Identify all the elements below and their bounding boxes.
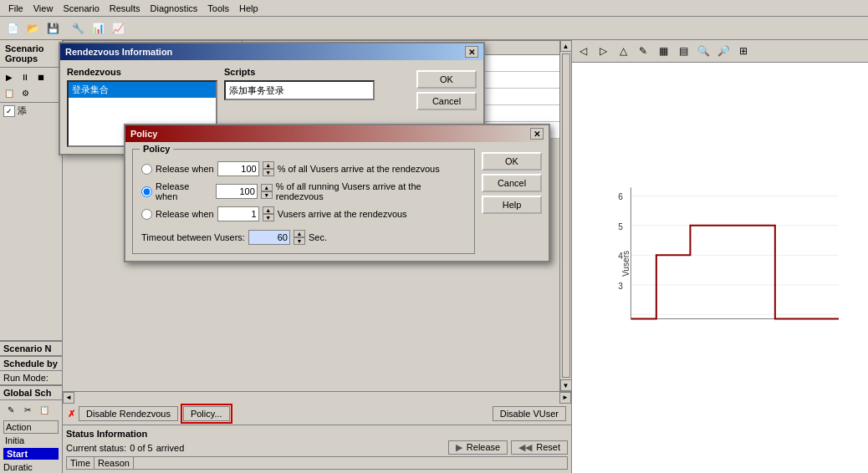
menu-results[interactable]: Results (105, 2, 146, 15)
graph-pencil[interactable]: ✎ (634, 42, 652, 60)
menu-file[interactable]: File (3, 2, 28, 15)
menu-diagnostics[interactable]: Diagnostics (146, 2, 203, 15)
scroll-thumb[interactable] (562, 53, 570, 378)
policy-close-btn[interactable]: ✕ (530, 128, 544, 140)
spin-up-1[interactable]: ▲ (263, 161, 274, 169)
action-label: Action (3, 420, 59, 434)
policy-input-3[interactable] (217, 206, 259, 221)
policy-row-2: Release when ▲ ▼ % of all running Vusers… (141, 181, 466, 201)
spin-down-timeout[interactable]: ▼ (294, 237, 305, 245)
scroll-down[interactable]: ▼ (560, 379, 572, 391)
status-info-row: Current status: 0 of 5 arrived ▶ Release… (66, 440, 568, 455)
scroll-left[interactable]: ◄ (63, 392, 74, 404)
release-btn[interactable]: ▶ Release (448, 440, 508, 455)
timeout-label: Timeout between Vusers: (141, 232, 245, 242)
menu-scenario[interactable]: Scenario (58, 2, 104, 15)
global-btn-2[interactable]: ✂ (20, 402, 35, 417)
policy-input-2[interactable] (216, 184, 258, 199)
reset-btn[interactable]: ◀◀ Reset (511, 440, 568, 455)
scenario-play-btn[interactable]: ▶ (2, 69, 17, 84)
menu-help[interactable]: Help (234, 2, 263, 15)
spin-down-1[interactable]: ▼ (263, 169, 274, 176)
spin-down-3[interactable]: ▼ (263, 214, 274, 221)
graph-grid-2[interactable]: ▤ (674, 42, 692, 60)
section-schedule: Schedule by (0, 356, 62, 371)
spin-down-2[interactable]: ▼ (261, 191, 273, 199)
initia-label: Initia (3, 435, 59, 446)
timeout-input[interactable] (248, 230, 290, 245)
scroll-right[interactable]: ► (559, 392, 571, 404)
policy-text-2: % of all running Vusers arrive at the re… (276, 181, 466, 201)
policy-text-3: Vusers arrive at the rendezvous (278, 209, 407, 219)
graph-btn-3[interactable]: △ (614, 42, 632, 60)
graph-btn-2[interactable]: ▷ (594, 42, 612, 60)
table-scrollbar[interactable]: ▲ ▼ (559, 40, 571, 391)
rendezvous-cancel-btn[interactable]: Cancel (416, 92, 477, 110)
rendezvous-close-btn[interactable]: ✕ (465, 46, 478, 58)
toolbar-chart[interactable]: 📈 (109, 19, 127, 38)
scripts-input[interactable] (224, 80, 375, 100)
start-badge[interactable]: Start (3, 448, 59, 460)
scenario-toolbar: ▶ ⏸ ⏹ 📋 ⚙ (0, 68, 62, 103)
graph-zoom-out[interactable]: 🔎 (714, 42, 733, 60)
policy-input-1[interactable] (217, 161, 259, 176)
rendezvous-ok-btn[interactable]: OK (416, 70, 477, 89)
menu-view[interactable]: View (28, 2, 59, 15)
horizontal-scrollbar[interactable]: ◄ ► (63, 391, 571, 403)
spin-up-3[interactable]: ▲ (263, 206, 274, 214)
spin-up-2[interactable]: ▲ (261, 184, 273, 191)
toolbar-report[interactable]: 📊 (89, 19, 107, 38)
scenario-copy-btn[interactable]: 📋 (2, 85, 17, 100)
scenario-stop-btn[interactable]: ⏹ (33, 69, 49, 84)
dialog-policy: Policy ✕ Policy Release when ▲ ▼ % of al… (124, 124, 550, 262)
global-btn-1[interactable]: ✎ (3, 402, 18, 417)
scenario-pause-btn[interactable]: ⏸ (18, 69, 33, 84)
policy-radio-1[interactable] (141, 164, 152, 175)
section-scenario: Scenario N (0, 341, 62, 356)
rendezvous-list-item[interactable]: 登录集合 (69, 82, 216, 98)
graph-toolbar: ◁ ▷ △ ✎ ▦ ▤ 🔍 🔎 ⊞ (572, 40, 868, 63)
run-mode-row: Run Mode: (0, 371, 62, 384)
menu-tools[interactable]: Tools (202, 2, 234, 15)
scroll-up[interactable]: ▲ (560, 40, 572, 52)
spin-up-timeout[interactable]: ▲ (294, 230, 305, 237)
disable-rendezvous-group: ✗ Disable Rendezvous (68, 406, 178, 421)
graph-area: 6 5 4 3 Vusers (572, 63, 868, 473)
policy-help-btn[interactable]: Help (482, 196, 542, 214)
graph-btn-1[interactable]: ◁ (574, 42, 592, 60)
toolbar-open[interactable]: 📂 (23, 19, 42, 38)
policy-row-3: Release when ▲ ▼ Vusers arrive at the re… (141, 206, 466, 221)
y-label-6: 6 (618, 192, 623, 201)
graph-zoom-in[interactable]: 🔍 (694, 42, 712, 60)
policy-btn[interactable]: Policy... (183, 406, 230, 421)
toolbar-settings[interactable]: 🔧 (69, 19, 87, 38)
disable-vuser-btn[interactable]: Disable VUser (493, 406, 566, 421)
scenario-list-item[interactable]: ✓ 添 (0, 103, 62, 119)
duration-label: Duratic (0, 461, 62, 473)
reset-icon: ◀◀ (518, 442, 532, 452)
right-panel: ◁ ▷ △ ✎ ▦ ▤ 🔍 🔎 ⊞ 6 5 4 3 Vusers (571, 40, 868, 473)
timeout-unit: Sec. (309, 232, 327, 242)
policy-titlebar: Policy ✕ (125, 125, 549, 142)
scenario-checkbox[interactable]: ✓ (3, 105, 15, 117)
policy-body: Policy Release when ▲ ▼ % of all Vusers … (125, 142, 549, 261)
toolbar-new[interactable]: 📄 (3, 19, 22, 38)
section-global: Global Sch (0, 385, 62, 400)
policy-group-legend: Policy (140, 144, 173, 154)
policy-ok-btn[interactable]: OK (482, 152, 542, 170)
graph-zoom-fit[interactable]: ⊞ (734, 42, 753, 60)
policy-radio-3[interactable] (141, 209, 152, 220)
scenario-settings-btn[interactable]: ⚙ (18, 85, 33, 100)
policy-radio-2[interactable] (141, 186, 152, 197)
policy-cancel-btn[interactable]: Cancel (482, 174, 542, 192)
graph-grid-1[interactable]: ▦ (654, 42, 672, 60)
graph-line (631, 226, 839, 319)
scenario-groups-header: Scenario Groups (0, 40, 62, 68)
disable-rendezvous-btn[interactable]: Disable Rendezvous (79, 406, 178, 421)
left-panel: Scenario Groups ▶ ⏸ ⏹ 📋 ⚙ ✓ 添 Scenario N… (0, 40, 63, 473)
global-btn-3[interactable]: 📋 (37, 402, 52, 417)
release-icon: ▶ (456, 442, 462, 452)
toolbar-save[interactable]: 💾 (43, 19, 62, 38)
global-toolbar: ✎ ✂ 📋 (0, 400, 62, 419)
rendezvous-titlebar: Rendezvous Information ✕ (60, 43, 483, 60)
